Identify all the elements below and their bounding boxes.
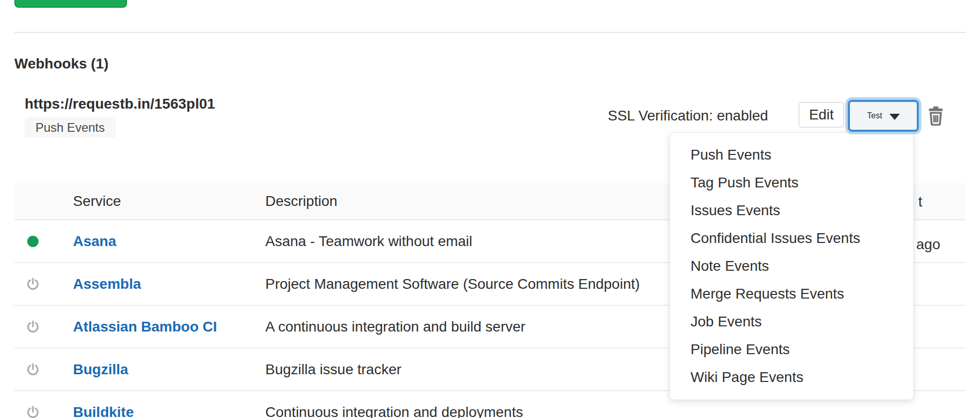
power-inactive-icon [26,277,40,291]
service-description: Project Management Software (Source Comm… [265,276,640,292]
menu-item-tag-push-events[interactable]: Tag Push Events [670,169,913,197]
power-inactive-icon [26,362,40,377]
service-link-bugzilla[interactable]: Bugzilla [73,361,128,377]
service-link-assembla[interactable]: Assembla [73,276,141,292]
chevron-down-icon [890,114,900,120]
power-inactive-icon [26,405,40,418]
service-description: Asana - Teamwork without email [265,233,473,250]
service-link-atlassian-bamboo-ci[interactable]: Atlassian Bamboo CI [73,319,217,335]
service-description: Continuous integration and deployments [265,404,523,418]
column-header-last-edit-fragment: t [918,194,922,210]
webhook-url: https://requestb.in/1563pl01 [25,96,215,112]
webhooks-settings-page: Webhooks (1) https://requestb.in/1563pl0… [0,0,980,418]
service-description: A continuous integration and build serve… [265,319,525,335]
menu-item-wiki-page-events[interactable]: Wiki Page Events [670,363,913,391]
menu-item-issues-events[interactable]: Issues Events [670,197,913,224]
power-inactive-icon [26,320,40,334]
webhook-events-badge: Push Events [25,117,116,138]
add-webhook-button[interactable] [14,0,127,8]
service-link-asana[interactable]: Asana [73,233,116,249]
menu-item-merge-requests-events[interactable]: Merge Requests Events [670,280,913,308]
menu-item-job-events[interactable]: Job Events [670,308,913,336]
edit-webhook-button[interactable]: Edit [798,102,844,128]
service-link-buildkite[interactable]: Buildkite [73,404,134,418]
service-description: Bugzilla issue tracker [265,361,402,378]
column-header-description: Description [265,193,337,210]
test-dropdown-menu: Push Events Tag Push Events Issues Event… [669,132,914,400]
section-divider [14,32,966,33]
menu-item-push-events[interactable]: Push Events [670,141,913,169]
menu-item-confidential-issues-events[interactable]: Confidential Issues Events [670,224,913,252]
column-header-service: Service [73,193,265,210]
menu-item-pipeline-events[interactable]: Pipeline Events [670,336,913,363]
trash-icon [927,106,945,126]
status-active-icon [26,236,40,247]
menu-item-note-events[interactable]: Note Events [670,252,913,280]
test-webhook-dropdown-button[interactable]: Test [848,100,919,132]
test-button-label: Test [867,111,882,120]
last-edit-fragment: ago [916,236,940,253]
ssl-verification-status: SSL Verification: enabled [608,108,768,124]
webhooks-heading: Webhooks (1) [14,56,108,72]
delete-webhook-button[interactable] [927,106,945,127]
